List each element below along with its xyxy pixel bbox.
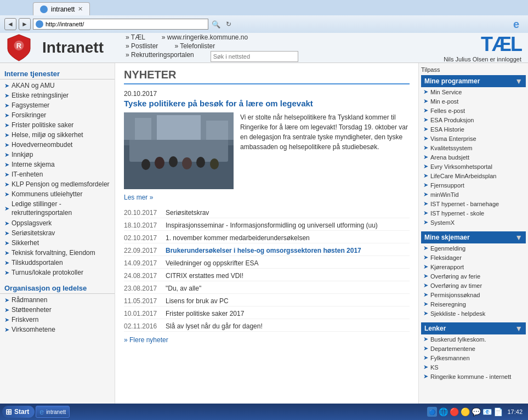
lenker-header[interactable]: Lenker ▼ bbox=[421, 322, 526, 334]
news-title[interactable]: Slå av lyset når du går for dagen! bbox=[166, 322, 263, 330]
sidebar-item-fagsystemer[interactable]: ➤Fagsystemer bbox=[0, 100, 115, 110]
tael-link[interactable]: TÆL bbox=[126, 33, 145, 41]
mine-programmer-header[interactable]: Mine programmer ▼ bbox=[421, 75, 526, 87]
arrow-icon: ➤ bbox=[423, 300, 428, 308]
readmore-link[interactable]: Les mer » bbox=[124, 194, 410, 201]
right-link-departementene[interactable]: ➤Departementene bbox=[421, 344, 526, 353]
expand-icon: ▼ bbox=[515, 77, 523, 86]
right-link-fylkesmannen[interactable]: ➤Fylkesmannen bbox=[421, 353, 526, 362]
right-link-buskerud[interactable]: ➤Buskerud fylkeskom. bbox=[421, 334, 526, 344]
sidebar-item-stotteenheter[interactable]: ➤Støtteenheter bbox=[0, 305, 115, 315]
postlister-link[interactable]: Postlister bbox=[126, 42, 158, 50]
right-link-permisjon[interactable]: ➤Permisjonssøknad bbox=[421, 290, 526, 299]
right-link-min-epost[interactable]: ➤Min e-post bbox=[421, 97, 526, 106]
start-button[interactable]: ⊞ Start bbox=[2, 406, 35, 418]
taskbar-icon-6[interactable]: 📧 bbox=[482, 407, 492, 417]
news-title[interactable]: Veiledninger og oppskrifter ESA bbox=[166, 259, 258, 267]
main-layout: Interne tjenester ➤AKAN og AMU ➤Etiske r… bbox=[0, 63, 528, 404]
sidebar-item-friskvern[interactable]: ➤Friskvern bbox=[0, 315, 115, 325]
sidebar-item-innkjop[interactable]: ➤Innkjøp bbox=[0, 150, 115, 160]
taskbar-icon-1[interactable]: 🔵 bbox=[427, 407, 437, 417]
sidebar-item-klp[interactable]: ➤KLP Pensjon og medlemsfordeler bbox=[0, 179, 115, 189]
sidebar-item-turnus[interactable]: ➤Turnus/lokale protokoller bbox=[0, 268, 115, 277]
more-news-link[interactable]: » Flere nyheter bbox=[124, 336, 410, 344]
sidebar-item-frister[interactable]: ➤Frister politiske saker bbox=[0, 120, 115, 130]
sidebar-item-forsikringer[interactable]: ➤Forsikringer bbox=[0, 110, 115, 120]
news-title[interactable]: Brukerundersøkelser i helse-og omsorgsse… bbox=[166, 247, 361, 254]
user-info: Nils Julius Olsen er innlogget bbox=[444, 56, 521, 63]
right-link-overforing-timer[interactable]: ➤Overføring av timer bbox=[421, 281, 526, 290]
sidebar-item-akan[interactable]: ➤AKAN og AMU bbox=[0, 81, 115, 90]
news-title[interactable]: Lisens for bruk av PC bbox=[166, 297, 229, 305]
right-link-visma[interactable]: ➤Visma Enterprise bbox=[421, 134, 526, 143]
ie-label: intranett bbox=[46, 409, 66, 415]
right-link-reiseregning[interactable]: ➤Reiseregning bbox=[421, 299, 526, 309]
address-favicon bbox=[36, 20, 43, 28]
sidebar-item-helse[interactable]: ➤Helse, miljø og sikkerhet bbox=[0, 130, 115, 140]
right-link-kjoererapport[interactable]: ➤Kjørerapport bbox=[421, 262, 526, 271]
rekruttering-link[interactable]: Rekrutteringsportalen bbox=[126, 51, 194, 62]
taskbar-icon-2[interactable]: 🌐 bbox=[438, 407, 448, 417]
right-link-esa-hist[interactable]: ➤ESA Historie bbox=[421, 124, 526, 134]
right-link-evry[interactable]: ➤Evry Virksomhetsportal bbox=[421, 162, 526, 171]
right-link-ks[interactable]: ➤KS bbox=[421, 362, 526, 372]
sidebar-item-interne-skjema[interactable]: ➤Interne skjema bbox=[0, 160, 115, 169]
sidebar-item-hytter[interactable]: ➤Kommunens utleiehytter bbox=[0, 189, 115, 199]
forward-button[interactable]: ► bbox=[19, 18, 31, 30]
news-title[interactable]: Frister politiske saker 2017 bbox=[166, 310, 244, 317]
news-title[interactable]: Inspirasjonsseminar - Informasjonsformid… bbox=[166, 222, 378, 229]
browser-tab[interactable]: intranett ✕ bbox=[33, 2, 90, 15]
right-link-egenmelding[interactable]: ➤Egenmelding bbox=[421, 243, 526, 253]
right-link-kvalitet[interactable]: ➤Kvalitetssystem bbox=[421, 143, 526, 152]
taskbar-icon-7[interactable]: 📄 bbox=[493, 407, 503, 417]
news-title[interactable]: Seriøsitetskrav bbox=[166, 209, 209, 217]
right-link-ist-skole[interactable]: ➤IST hypernet - skole bbox=[421, 208, 526, 218]
right-link-lifecare[interactable]: ➤LifeCare MinArbeidsplan bbox=[421, 171, 526, 180]
sidebar-item-seriositetskrav[interactable]: ➤Seriøsitetskrav bbox=[0, 228, 115, 238]
right-link-fleksidager[interactable]: ➤Fleksidager bbox=[421, 253, 526, 262]
arrow-icon: ➤ bbox=[4, 326, 9, 333]
right-link-ringerike[interactable]: ➤Ringerike kommune - internett bbox=[421, 372, 526, 381]
kommune-link[interactable]: www.ringerike.kommune.no bbox=[162, 33, 248, 41]
search-input[interactable] bbox=[211, 51, 298, 62]
taskbar-icon-3[interactable]: 🔴 bbox=[449, 407, 459, 417]
expand-icon: ▼ bbox=[515, 324, 523, 333]
address-bar[interactable]: http://intranett/ bbox=[33, 19, 208, 30]
mine-skjemaer-header[interactable]: Mine skjemaer ▼ bbox=[421, 231, 526, 243]
arrow-icon: ➤ bbox=[423, 191, 428, 198]
tab-close-button[interactable]: ✕ bbox=[78, 5, 83, 13]
right-link-arena[interactable]: ➤Arena budsjett bbox=[421, 152, 526, 162]
sidebar-item-sikkerhet[interactable]: ➤Sikkerhet bbox=[0, 238, 115, 248]
back-button[interactable]: ◄ bbox=[4, 18, 16, 30]
news-title[interactable]: 1. november kommer medarbeiderundersøkel… bbox=[166, 234, 310, 242]
telefonlister-link[interactable]: Telefonlister bbox=[174, 42, 215, 50]
news-title[interactable]: "Du, av alle" bbox=[166, 285, 201, 292]
lenker-title: Lenker bbox=[424, 325, 446, 332]
right-link-systemx[interactable]: ➤SystemX bbox=[421, 218, 526, 227]
sidebar-item-tilskudd[interactable]: ➤Tilskuddsportalen bbox=[0, 258, 115, 268]
taskbar-icon-5[interactable]: 💬 bbox=[471, 407, 481, 417]
right-link-overforing-ferie[interactable]: ➤Overføring av ferie bbox=[421, 271, 526, 281]
sidebar-item-teknisk[interactable]: ➤Teknisk forvaltning, Eiendom bbox=[0, 248, 115, 258]
right-link-sjekkliste[interactable]: ➤Sjekkliste - helpdesk bbox=[421, 309, 526, 318]
taskbar-icon-4[interactable]: 🟡 bbox=[460, 407, 470, 417]
right-link-esa-prod[interactable]: ➤ESA Produksjon bbox=[421, 115, 526, 124]
right-link-felles-epost[interactable]: ➤Felles e-post bbox=[421, 106, 526, 115]
svg-rect-8 bbox=[206, 121, 228, 140]
sidebar-item-ledige[interactable]: ➤Ledige stillinger - rekrutteringsportal… bbox=[0, 199, 115, 218]
right-link-min-service[interactable]: ➤Min Service bbox=[421, 87, 526, 97]
taskbar-ie-button[interactable]: e intranett bbox=[36, 406, 70, 418]
refresh-button[interactable]: ↻ bbox=[224, 19, 234, 29]
news-title[interactable]: CITRIX erstattes med VDI! bbox=[166, 272, 243, 280]
sidebar-item-it[interactable]: ➤IT-enheten bbox=[0, 169, 115, 179]
sidebar-item-oppslagsverk[interactable]: ➤Oppslagsverk bbox=[0, 218, 115, 228]
lenker-section: Lenker ▼ ➤Buskerud fylkeskom. ➤Departeme… bbox=[421, 322, 526, 381]
arrow-icon: ➤ bbox=[423, 144, 428, 151]
right-link-fjernsupport[interactable]: ➤Fjernsupport bbox=[421, 180, 526, 190]
right-link-ist-barnehage[interactable]: ➤IST hypernet - barnehage bbox=[421, 199, 526, 208]
sidebar-item-virksomhetene[interactable]: ➤Virksomhetene bbox=[0, 325, 115, 334]
sidebar-item-etiske[interactable]: ➤Etiske retningslinjer bbox=[0, 90, 115, 100]
right-link-minwintid[interactable]: ➤minWinTid bbox=[421, 190, 526, 199]
sidebar-item-hovedverneombudet[interactable]: ➤Hovedverneombudet bbox=[0, 140, 115, 150]
sidebar-item-radmannen[interactable]: ➤Rådmannen bbox=[0, 295, 115, 305]
